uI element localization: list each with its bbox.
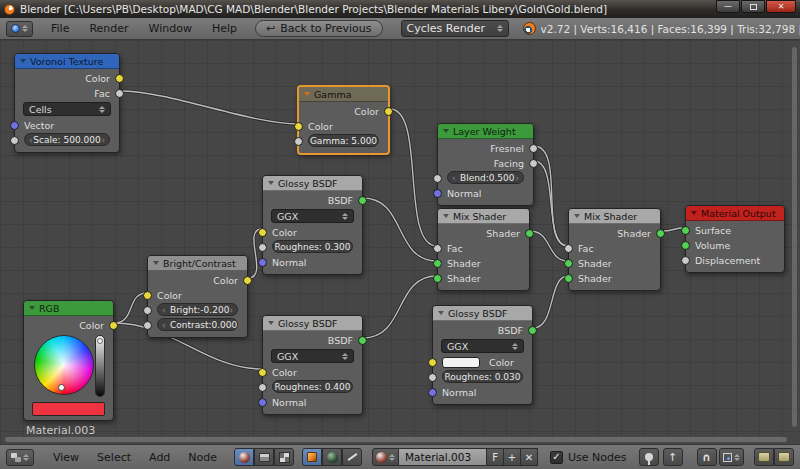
node-material-output[interactable]: Material Output Surface Volume Displacem… [685,205,785,273]
bright-slider[interactable]: Bright: -0.200 [157,303,238,316]
collapse-triangle-icon[interactable] [268,321,274,325]
node-header[interactable]: RGB [24,301,113,316]
node-mix-shader-2[interactable]: Mix Shader Shader Fac Shader Shader [568,208,661,291]
node-rgb[interactable]: RGB Color [23,300,114,421]
node-header[interactable]: Gamma [299,87,388,102]
menu-file[interactable]: File [41,22,79,35]
input-socket-color[interactable] [428,358,437,367]
render-engine-select[interactable]: Cycles Render [401,20,509,37]
input-socket-shader-2[interactable] [564,274,573,283]
input-socket-color[interactable] [258,368,267,377]
input-socket-gamma[interactable] [294,137,303,146]
scale-slider[interactable]: Scale: 500.000 [24,133,110,146]
horizontal-scrollbar[interactable] [4,436,788,443]
output-socket-shader[interactable] [525,229,534,238]
output-socket-color[interactable] [109,321,118,330]
paste-nodes-button[interactable] [774,448,794,466]
coloring-select[interactable]: Cells [23,102,111,116]
input-socket-fac[interactable] [564,244,573,253]
input-socket-normal[interactable] [258,258,267,267]
output-socket-bsdf[interactable] [358,336,367,345]
maximize-button[interactable] [741,0,765,13]
collapse-triangle-icon[interactable] [443,129,449,133]
input-socket-normal[interactable] [433,189,442,198]
input-socket-blend[interactable] [433,174,442,183]
node-glossy-bsdf-top[interactable]: Glossy BSDF BSDF GGX Color Roughnes: 0.3… [262,175,363,275]
material-name-field[interactable]: Material.003 [399,448,487,466]
node-header[interactable]: Mix Shader [569,209,660,224]
fake-user-button[interactable]: F [487,448,504,466]
output-socket-color[interactable] [115,74,124,83]
collapse-triangle-icon[interactable] [438,311,444,315]
color-field-white[interactable] [442,357,480,368]
collapse-triangle-icon[interactable] [268,181,274,185]
input-socket-color[interactable] [294,122,303,131]
input-socket-contrast[interactable] [143,321,152,330]
node-glossy-bsdf-middle[interactable]: Glossy BSDF BSDF GGX Color Roughnes: 0.0… [432,305,533,405]
linestyle-shader-button[interactable] [342,448,362,466]
object-shader-button[interactable] [302,448,322,466]
distribution-select[interactable]: GGX [441,339,524,353]
use-nodes-checkbox[interactable]: ✓ [550,451,563,464]
input-socket-bright[interactable] [143,306,152,315]
color-swatch-red[interactable] [32,402,105,416]
input-socket-vector[interactable] [10,121,19,130]
input-socket-surface[interactable] [681,226,690,235]
node-mix-shader-1[interactable]: Mix Shader Shader Fac Shader Shader [437,208,530,291]
menu-select[interactable]: Select [88,451,140,464]
output-socket-bsdf[interactable] [358,196,367,205]
node-voronoi-texture[interactable]: Voronoi Texture Color Fac Cells Vector [14,53,120,153]
output-socket-color[interactable] [384,107,393,116]
node-glossy-bsdf-bottom[interactable]: Glossy BSDF BSDF GGX Color Roughnes: 0.4… [262,315,363,415]
input-socket-shader-1[interactable] [564,259,573,268]
node-layer-weight[interactable]: Layer Weight Fresnel Facing Blend: 0.500… [437,123,534,206]
input-socket-normal[interactable] [258,398,267,407]
roughness-slider[interactable]: Roughnes: 0.030 [442,370,523,383]
input-socket-scale[interactable] [10,136,19,145]
menu-render[interactable]: Render [79,22,138,35]
hue-cursor[interactable] [58,384,65,391]
add-material-button[interactable]: + [504,448,521,466]
copy-nodes-button[interactable] [754,448,774,466]
menu-node[interactable]: Node [179,451,226,464]
roughness-slider[interactable]: Roughnes: 0.400 [272,380,353,393]
editor-type-select[interactable] [6,449,34,466]
close-button[interactable]: ✕ [766,0,796,13]
menu-window[interactable]: Window [139,22,202,35]
output-socket-color[interactable] [243,276,252,285]
pin-button[interactable] [639,448,659,466]
collapse-triangle-icon[interactable] [574,214,580,218]
distribution-select[interactable]: GGX [271,209,354,223]
output-socket-facing[interactable] [529,159,538,168]
collapse-triangle-icon[interactable] [20,59,26,63]
shader-nodes-button[interactable] [234,448,254,466]
input-socket-displacement[interactable] [681,256,690,265]
snap-target-select[interactable] [719,448,744,466]
input-socket-color[interactable] [258,228,267,237]
node-editor-canvas[interactable]: Voronoi Texture Color Fac Cells Vector [0,40,800,444]
collapse-triangle-icon[interactable] [29,306,35,310]
gamma-slider[interactable]: Gamma: 5.000 [308,134,379,147]
compositing-nodes-button[interactable] [254,448,274,466]
snap-toggle-button[interactable]: ∩ [697,448,717,466]
collapse-triangle-icon[interactable] [304,92,310,96]
output-socket-fresnel[interactable] [529,144,538,153]
input-socket-roughness[interactable] [258,383,267,392]
node-header[interactable]: Voronoi Texture [15,54,119,69]
input-socket-fac[interactable] [433,244,442,253]
menu-help[interactable]: Help [202,22,247,35]
input-socket-shader-2[interactable] [433,274,442,283]
node-header[interactable]: Bright/Contrast [148,256,247,271]
node-header[interactable]: Glossy BSDF [263,176,362,191]
distribution-select[interactable]: GGX [271,349,354,363]
world-shader-button[interactable] [322,448,342,466]
material-browse-button[interactable] [372,448,399,466]
value-slider[interactable] [95,335,105,397]
output-socket-fac[interactable] [115,89,124,98]
collapse-triangle-icon[interactable] [443,214,449,218]
go-parent-tree-button[interactable]: ↑ [663,448,683,466]
contrast-slider[interactable]: Contrast: 0.000 [157,318,238,331]
node-header[interactable]: Glossy BSDF [263,316,362,331]
input-socket-roughness[interactable] [428,373,437,382]
editor-type-select[interactable] [6,21,33,37]
